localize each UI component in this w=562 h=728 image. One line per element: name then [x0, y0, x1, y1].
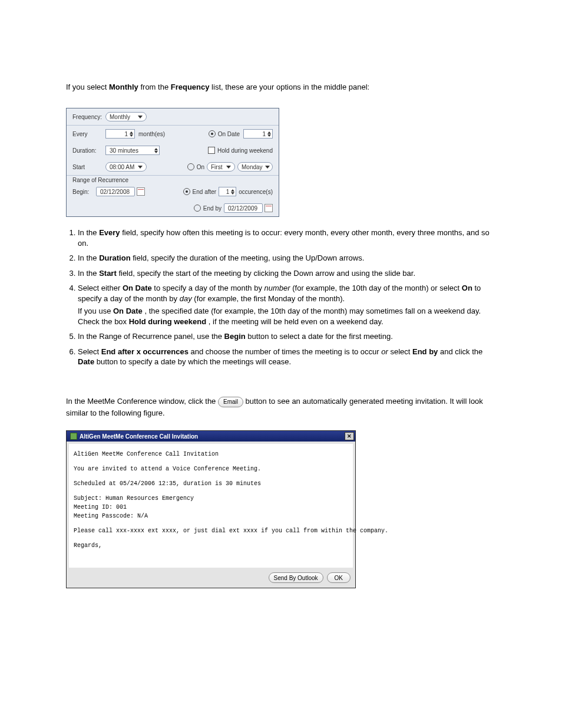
chevron-down-icon — [138, 166, 143, 169]
text-bold: Hold during weekend — [129, 317, 206, 326]
send-by-outlook-button[interactable]: Send By Outlook — [269, 572, 323, 583]
hold-weekend-label: Hold during weekend — [217, 147, 273, 154]
on-radio[interactable] — [187, 163, 194, 170]
on-label: On — [197, 164, 204, 170]
text-italic: number — [265, 284, 290, 292]
start-select[interactable]: 08:00 AM — [105, 162, 147, 172]
text-bold: On Date — [113, 307, 143, 315]
step-4: Select either On Date to specify a day o… — [78, 283, 496, 327]
duration-value: 30 minutes — [110, 147, 138, 154]
close-icon: ✕ — [347, 433, 352, 439]
titlebar: AltiGen MeetMe Conference Call Invitatio… — [67, 431, 355, 442]
text: Select — [78, 347, 101, 356]
text: If you select — [66, 83, 109, 91]
text: In the — [78, 228, 99, 237]
frequency-value: Monthly — [110, 114, 130, 120]
text: In the — [78, 253, 99, 262]
ordinal-value: First — [211, 164, 222, 170]
recurrence-panel-figure: Frequency: Monthly Every 1 month(es) On … — [66, 108, 279, 217]
duration-spinner[interactable]: 30 minutes — [105, 146, 160, 155]
on-date-radio[interactable] — [209, 130, 216, 137]
inv-line: Meeting Passcode: N/A — [74, 512, 348, 521]
on-date-label: On Date — [218, 131, 240, 137]
duration-label: Duration: — [72, 147, 105, 154]
inv-line: AltiGen MeetMe Conference Call Invitatio… — [74, 450, 348, 459]
inv-line: Scheduled at 05/24/2006 12:35, duration … — [74, 479, 348, 488]
text: In the Range of Recurrence panel, use th… — [78, 332, 224, 341]
text-bold: On — [462, 284, 472, 292]
step-2: In the Duration field, specify the durat… — [78, 253, 496, 263]
step-6: Select End after x occurrences and choos… — [78, 347, 496, 367]
text: and choose the number of times the meeti… — [191, 347, 382, 356]
end-by-label: End by — [203, 205, 222, 212]
text: to specify a day of the month by — [154, 284, 264, 292]
every-spinner[interactable]: 1 — [105, 129, 135, 139]
send-by-outlook-label: Send By Outlook — [274, 575, 318, 581]
text: select — [390, 347, 412, 356]
close-button[interactable]: ✕ — [345, 432, 354, 440]
text-italic: or — [381, 347, 388, 356]
text-bold: Monthly — [109, 83, 138, 91]
steps-list: In the Every field, specify how often th… — [66, 228, 496, 367]
text: (for example, the first Monday of the mo… — [194, 294, 345, 303]
calendar-icon[interactable] — [137, 187, 145, 196]
step-1: In the Every field, specify how often th… — [78, 228, 496, 248]
inv-line: You are invited to attend a Voice Confer… — [74, 465, 348, 473]
email-button-label: Email — [223, 397, 238, 406]
text: list, these are your options in the midd… — [211, 83, 369, 91]
text: button to specify a date by which the me… — [97, 357, 291, 366]
on-date-spinner[interactable]: 1 — [243, 129, 273, 139]
end-after-radio[interactable] — [183, 188, 190, 195]
day-select[interactable]: Monday — [237, 162, 273, 172]
step-3: In the Start field, specify the start of… — [78, 268, 496, 279]
text: In the MeetMe Conference window, click t… — [66, 397, 218, 406]
text: field, specify the duration of the meeti… — [133, 253, 364, 262]
end-by-date-input[interactable]: 02/12/2009 — [224, 203, 263, 213]
text-bold: Duration — [99, 253, 130, 262]
every-value: 1 — [124, 131, 128, 137]
end-by-date-value: 02/12/2009 — [228, 205, 257, 212]
text-bold: Begin — [224, 332, 246, 341]
begin-label: Begin: — [72, 189, 96, 195]
text-bold: Every — [99, 228, 120, 237]
ok-button[interactable]: OK — [327, 572, 351, 583]
hold-weekend-checkbox[interactable] — [208, 147, 215, 154]
inv-line: Subject: Human Resources Emergency — [74, 494, 348, 503]
text: Select either — [78, 284, 123, 292]
text-italic: day — [180, 294, 192, 303]
text: If you use — [78, 307, 113, 315]
end-after-label: End after — [193, 189, 217, 195]
email-section-paragraph: In the MeetMe Conference window, click t… — [66, 396, 496, 419]
text-bold: End by — [412, 347, 438, 356]
begin-date-input[interactable]: 02/12/2008 — [96, 187, 135, 196]
inv-line: Meeting ID: 001 — [74, 503, 348, 512]
calendar-icon[interactable] — [265, 204, 273, 212]
frequency-label: Frequency: — [72, 114, 105, 120]
step-5: In the Range of Recurrence panel, use th… — [78, 331, 496, 342]
start-value: 08:00 AM — [110, 164, 134, 170]
range-of-recurrence-label: Range of Recurrence — [67, 176, 279, 183]
day-value: Monday — [242, 164, 263, 170]
end-by-radio[interactable] — [194, 205, 201, 212]
intro-paragraph: If you select Monthly from the Frequency… — [66, 83, 496, 91]
inv-line: Please call xxx-xxxx ext xxxx, or just d… — [74, 526, 348, 535]
end-after-spinner[interactable]: 1 — [219, 187, 236, 196]
window-title: AltiGen MeetMe Conference Call Invitatio… — [80, 433, 198, 440]
invitation-footer: Send By Outlook OK — [67, 570, 355, 588]
text: field, specify how often this meeting is… — [78, 228, 490, 248]
on-date-value: 1 — [262, 131, 266, 137]
text-bold: Date — [78, 357, 94, 366]
chevron-down-icon — [226, 166, 231, 169]
every-label: Every — [72, 131, 105, 137]
document-page: If you select Monthly from the Frequency… — [0, 0, 562, 635]
invitation-body: AltiGen MeetMe Conference Call Invitatio… — [69, 444, 353, 568]
ordinal-select[interactable]: First — [207, 162, 235, 172]
text: from the — [140, 83, 170, 91]
text-bold: Frequency — [171, 83, 210, 91]
text-bold: Start — [99, 269, 117, 278]
frequency-select[interactable]: Monthly — [105, 112, 147, 121]
email-button[interactable]: Email — [218, 397, 243, 407]
occurences-label: occurence(s) — [239, 189, 273, 195]
text: (for example, the 10th day of the month)… — [292, 284, 462, 292]
text: In the — [78, 269, 99, 278]
